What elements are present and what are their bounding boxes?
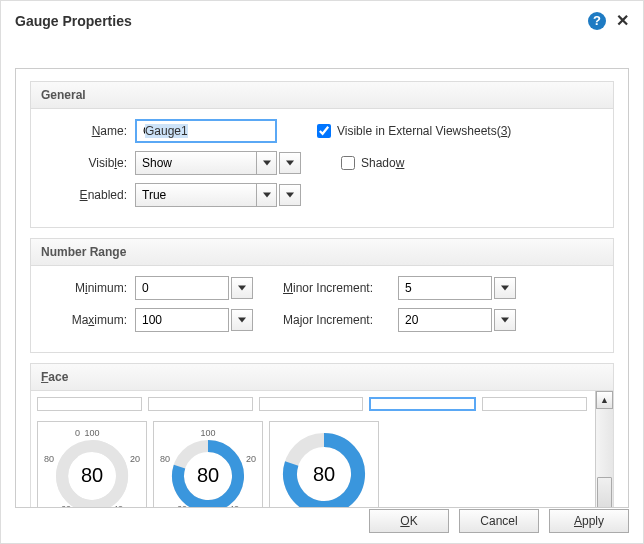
number-range-section: Number Range Minimum: Minor Increment: xyxy=(30,238,614,353)
svg-text:0: 0 xyxy=(75,428,80,438)
general-section-title: General xyxy=(31,82,613,109)
dialog-title: Gauge Properties xyxy=(15,13,132,29)
enabled-expr-button[interactable] xyxy=(279,184,301,206)
maximum-input[interactable] xyxy=(135,308,229,332)
minor-increment-input[interactable] xyxy=(398,276,492,300)
dialog-buttons: OK Cancel Apply xyxy=(369,509,629,533)
svg-text:20: 20 xyxy=(130,454,140,464)
dialog: Gauge Properties ? ✕ General Data Advanc… xyxy=(0,0,644,544)
minimum-input[interactable] xyxy=(135,276,229,300)
face-option-1[interactable]: 80 100 20 40 60 80 0 xyxy=(37,421,147,508)
face-section-title: Face xyxy=(31,364,613,391)
enabled-label: Enabled: xyxy=(45,188,135,202)
svg-text:60: 60 xyxy=(61,504,71,508)
shadow-input[interactable] xyxy=(341,156,355,170)
face-thumb-small[interactable] xyxy=(482,397,587,411)
gauge-value: 80 xyxy=(81,464,103,486)
major-increment-input[interactable] xyxy=(398,308,492,332)
face-strip-row xyxy=(31,391,593,415)
maximum-expr-button[interactable] xyxy=(231,309,253,331)
svg-text:40: 40 xyxy=(113,504,123,508)
svg-text:40: 40 xyxy=(229,504,239,508)
close-icon[interactable]: ✕ xyxy=(616,11,629,30)
face-thumb-small[interactable] xyxy=(148,397,253,411)
svg-text:80: 80 xyxy=(44,454,54,464)
gauge-value: 80 xyxy=(313,463,335,485)
tab-script[interactable]: Script xyxy=(211,68,268,69)
svg-text:100: 100 xyxy=(84,428,99,438)
face-option-3[interactable]: 80 xyxy=(269,421,379,508)
svg-text:80: 80 xyxy=(160,454,170,464)
shadow-checkbox[interactable]: Shadow xyxy=(341,156,404,170)
major-increment-label: Major Increment: xyxy=(283,313,398,327)
ok-button[interactable]: OK xyxy=(369,509,449,533)
visible-select[interactable]: Show xyxy=(135,151,277,175)
face-row: 80 100 20 40 60 80 0 xyxy=(31,415,593,508)
name-label: Name: xyxy=(45,124,135,138)
maximum-label: Maximum: xyxy=(45,313,135,327)
face-section: Face xyxy=(30,363,614,508)
cancel-button[interactable]: Cancel xyxy=(459,509,539,533)
shadow-label: Shadow xyxy=(361,156,404,170)
visible-expr-button[interactable] xyxy=(279,152,301,174)
gauge-value: 80 xyxy=(197,464,219,486)
tab-data[interactable]: Data xyxy=(83,68,134,69)
visible-label: Visible: xyxy=(45,156,135,170)
minor-increment-label: Minor Increment: xyxy=(283,281,398,295)
tab-bar: General Data Advanced Script xyxy=(15,68,267,69)
face-option-2[interactable]: 80 100 20 40 60 80 xyxy=(153,421,263,508)
major-expr-button[interactable] xyxy=(494,309,516,331)
svg-text:60: 60 xyxy=(177,504,187,508)
svg-text:100: 100 xyxy=(200,428,215,438)
help-icon[interactable]: ? xyxy=(588,12,606,30)
face-scrollbar[interactable]: ▲ ▼ xyxy=(595,391,613,508)
apply-button[interactable]: Apply xyxy=(549,509,629,533)
visible-external-input[interactable] xyxy=(317,124,331,138)
general-section: General Name: Gauge1 Visible in External… xyxy=(30,81,614,228)
visible-external-label: Visible in External Viewsheets(3) xyxy=(337,124,511,138)
face-thumb-small[interactable] xyxy=(37,397,142,411)
visible-external-checkbox[interactable]: Visible in External Viewsheets(3) xyxy=(317,124,511,138)
tab-general[interactable]: General xyxy=(15,68,84,69)
tab-advanced[interactable]: Advanced xyxy=(133,68,212,69)
minimum-expr-button[interactable] xyxy=(231,277,253,299)
face-thumb-small[interactable] xyxy=(369,397,476,411)
minimum-label: Minimum: xyxy=(45,281,135,295)
scroll-up-button[interactable]: ▲ xyxy=(596,391,613,409)
minor-expr-button[interactable] xyxy=(494,277,516,299)
scroll-thumb[interactable] xyxy=(597,477,612,508)
number-range-title: Number Range xyxy=(31,239,613,266)
name-input[interactable] xyxy=(135,119,277,143)
svg-text:20: 20 xyxy=(246,454,256,464)
titlebar: Gauge Properties ? ✕ xyxy=(1,1,643,40)
enabled-select[interactable]: True xyxy=(135,183,277,207)
face-thumb-small[interactable] xyxy=(259,397,364,411)
tab-panel: General Data Advanced Script General Nam… xyxy=(15,68,629,508)
